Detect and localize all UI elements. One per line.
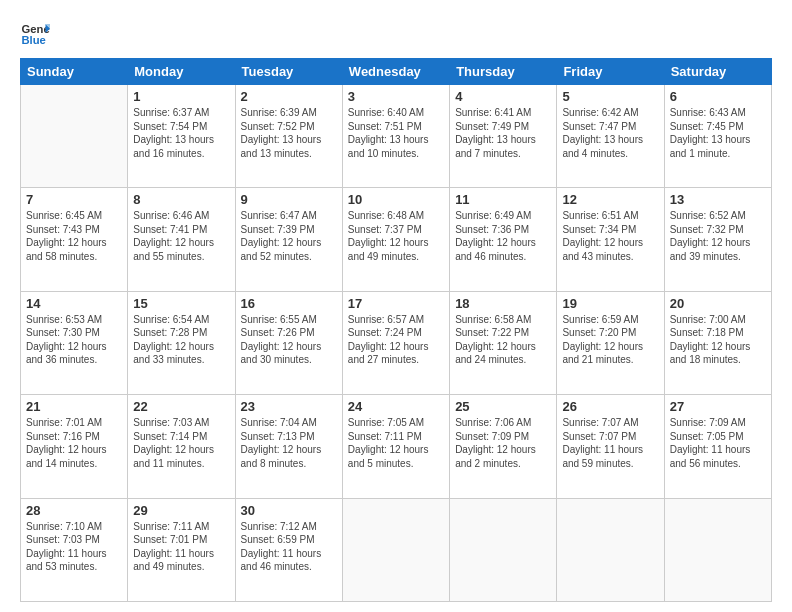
day-number: 20 [670,296,766,311]
day-number: 4 [455,89,551,104]
day-number: 13 [670,192,766,207]
day-number: 18 [455,296,551,311]
logo-icon: General Blue [20,18,50,48]
calendar-cell: 12Sunrise: 6:51 AMSunset: 7:34 PMDayligh… [557,188,664,291]
day-info: Sunrise: 7:03 AMSunset: 7:14 PMDaylight:… [133,416,229,470]
calendar-cell [21,85,128,188]
day-info: Sunrise: 7:01 AMSunset: 7:16 PMDaylight:… [26,416,122,470]
calendar-cell: 7Sunrise: 6:45 AMSunset: 7:43 PMDaylight… [21,188,128,291]
col-header-monday: Monday [128,59,235,85]
col-header-sunday: Sunday [21,59,128,85]
day-info: Sunrise: 6:43 AMSunset: 7:45 PMDaylight:… [670,106,766,160]
day-number: 7 [26,192,122,207]
day-info: Sunrise: 6:54 AMSunset: 7:28 PMDaylight:… [133,313,229,367]
day-info: Sunrise: 6:39 AMSunset: 7:52 PMDaylight:… [241,106,337,160]
calendar-cell: 21Sunrise: 7:01 AMSunset: 7:16 PMDayligh… [21,395,128,498]
calendar-cell: 2Sunrise: 6:39 AMSunset: 7:52 PMDaylight… [235,85,342,188]
calendar-cell [450,498,557,601]
day-number: 28 [26,503,122,518]
calendar-week-4: 21Sunrise: 7:01 AMSunset: 7:16 PMDayligh… [21,395,772,498]
calendar-cell: 3Sunrise: 6:40 AMSunset: 7:51 PMDaylight… [342,85,449,188]
day-number: 23 [241,399,337,414]
calendar-week-1: 1Sunrise: 6:37 AMSunset: 7:54 PMDaylight… [21,85,772,188]
calendar-week-2: 7Sunrise: 6:45 AMSunset: 7:43 PMDaylight… [21,188,772,291]
day-info: Sunrise: 6:40 AMSunset: 7:51 PMDaylight:… [348,106,444,160]
calendar-cell: 20Sunrise: 7:00 AMSunset: 7:18 PMDayligh… [664,291,771,394]
col-header-wednesday: Wednesday [342,59,449,85]
calendar-cell: 15Sunrise: 6:54 AMSunset: 7:28 PMDayligh… [128,291,235,394]
calendar-cell [557,498,664,601]
day-number: 11 [455,192,551,207]
day-info: Sunrise: 6:46 AMSunset: 7:41 PMDaylight:… [133,209,229,263]
calendar-cell: 6Sunrise: 6:43 AMSunset: 7:45 PMDaylight… [664,85,771,188]
day-info: Sunrise: 6:41 AMSunset: 7:49 PMDaylight:… [455,106,551,160]
calendar-cell: 22Sunrise: 7:03 AMSunset: 7:14 PMDayligh… [128,395,235,498]
calendar-cell: 27Sunrise: 7:09 AMSunset: 7:05 PMDayligh… [664,395,771,498]
day-info: Sunrise: 6:49 AMSunset: 7:36 PMDaylight:… [455,209,551,263]
calendar-cell: 11Sunrise: 6:49 AMSunset: 7:36 PMDayligh… [450,188,557,291]
day-number: 12 [562,192,658,207]
day-number: 15 [133,296,229,311]
day-number: 22 [133,399,229,414]
day-number: 10 [348,192,444,207]
day-number: 3 [348,89,444,104]
calendar-cell [664,498,771,601]
calendar-cell: 28Sunrise: 7:10 AMSunset: 7:03 PMDayligh… [21,498,128,601]
day-number: 19 [562,296,658,311]
calendar-cell: 16Sunrise: 6:55 AMSunset: 7:26 PMDayligh… [235,291,342,394]
day-number: 26 [562,399,658,414]
calendar-cell: 30Sunrise: 7:12 AMSunset: 6:59 PMDayligh… [235,498,342,601]
col-header-saturday: Saturday [664,59,771,85]
calendar-cell: 23Sunrise: 7:04 AMSunset: 7:13 PMDayligh… [235,395,342,498]
calendar-cell: 25Sunrise: 7:06 AMSunset: 7:09 PMDayligh… [450,395,557,498]
day-info: Sunrise: 7:05 AMSunset: 7:11 PMDaylight:… [348,416,444,470]
calendar-cell: 24Sunrise: 7:05 AMSunset: 7:11 PMDayligh… [342,395,449,498]
day-number: 25 [455,399,551,414]
day-info: Sunrise: 7:06 AMSunset: 7:09 PMDaylight:… [455,416,551,470]
day-info: Sunrise: 7:07 AMSunset: 7:07 PMDaylight:… [562,416,658,470]
calendar-cell: 5Sunrise: 6:42 AMSunset: 7:47 PMDaylight… [557,85,664,188]
day-number: 21 [26,399,122,414]
day-info: Sunrise: 6:55 AMSunset: 7:26 PMDaylight:… [241,313,337,367]
day-number: 1 [133,89,229,104]
day-number: 29 [133,503,229,518]
day-number: 9 [241,192,337,207]
calendar-cell [342,498,449,601]
calendar-week-3: 14Sunrise: 6:53 AMSunset: 7:30 PMDayligh… [21,291,772,394]
calendar-cell: 18Sunrise: 6:58 AMSunset: 7:22 PMDayligh… [450,291,557,394]
day-number: 5 [562,89,658,104]
calendar-cell: 10Sunrise: 6:48 AMSunset: 7:37 PMDayligh… [342,188,449,291]
page-header: General Blue [20,18,772,48]
day-info: Sunrise: 6:42 AMSunset: 7:47 PMDaylight:… [562,106,658,160]
svg-text:Blue: Blue [22,34,46,46]
day-info: Sunrise: 6:37 AMSunset: 7:54 PMDaylight:… [133,106,229,160]
day-info: Sunrise: 6:48 AMSunset: 7:37 PMDaylight:… [348,209,444,263]
day-info: Sunrise: 7:09 AMSunset: 7:05 PMDaylight:… [670,416,766,470]
calendar: SundayMondayTuesdayWednesdayThursdayFrid… [20,58,772,602]
day-info: Sunrise: 6:47 AMSunset: 7:39 PMDaylight:… [241,209,337,263]
day-info: Sunrise: 7:04 AMSunset: 7:13 PMDaylight:… [241,416,337,470]
day-info: Sunrise: 6:57 AMSunset: 7:24 PMDaylight:… [348,313,444,367]
day-info: Sunrise: 7:12 AMSunset: 6:59 PMDaylight:… [241,520,337,574]
col-header-tuesday: Tuesday [235,59,342,85]
calendar-cell: 14Sunrise: 6:53 AMSunset: 7:30 PMDayligh… [21,291,128,394]
day-number: 2 [241,89,337,104]
calendar-cell: 29Sunrise: 7:11 AMSunset: 7:01 PMDayligh… [128,498,235,601]
day-number: 16 [241,296,337,311]
day-info: Sunrise: 7:11 AMSunset: 7:01 PMDaylight:… [133,520,229,574]
col-header-thursday: Thursday [450,59,557,85]
calendar-cell: 4Sunrise: 6:41 AMSunset: 7:49 PMDaylight… [450,85,557,188]
calendar-cell: 13Sunrise: 6:52 AMSunset: 7:32 PMDayligh… [664,188,771,291]
day-number: 30 [241,503,337,518]
day-number: 6 [670,89,766,104]
day-number: 17 [348,296,444,311]
day-number: 8 [133,192,229,207]
calendar-cell: 17Sunrise: 6:57 AMSunset: 7:24 PMDayligh… [342,291,449,394]
day-info: Sunrise: 6:58 AMSunset: 7:22 PMDaylight:… [455,313,551,367]
calendar-cell: 1Sunrise: 6:37 AMSunset: 7:54 PMDaylight… [128,85,235,188]
calendar-cell: 26Sunrise: 7:07 AMSunset: 7:07 PMDayligh… [557,395,664,498]
col-header-friday: Friday [557,59,664,85]
day-info: Sunrise: 6:52 AMSunset: 7:32 PMDaylight:… [670,209,766,263]
day-number: 14 [26,296,122,311]
calendar-cell: 9Sunrise: 6:47 AMSunset: 7:39 PMDaylight… [235,188,342,291]
